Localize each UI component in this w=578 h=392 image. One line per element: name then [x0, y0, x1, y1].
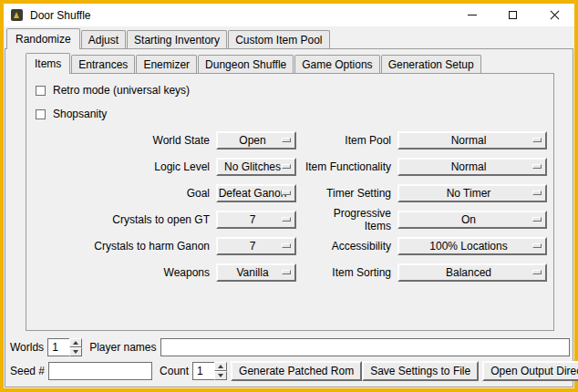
accessibility-value: 100% Locations	[429, 240, 514, 253]
progressive-items-label: Progressive Items	[304, 207, 391, 232]
tab-generation-setup[interactable]: Generation Setup	[381, 55, 481, 73]
field-world-state: World State Open	[34, 131, 296, 150]
timer-setting-dropdown[interactable]: No Timer	[397, 184, 547, 202]
logic-level-label: Logic Level	[34, 160, 210, 173]
dropdown-indicator-icon	[282, 138, 291, 142]
worlds-row: Worlds 1 Player names	[10, 338, 570, 356]
field-crystals-harm-ganon: Crystals to harm Ganon 7	[34, 237, 296, 255]
minimize-icon	[468, 15, 477, 15]
item-sorting-label: Item Sorting	[304, 266, 391, 279]
item-functionality-label: Item Functionality	[304, 160, 391, 173]
field-weapons: Weapons Vanilla	[34, 263, 296, 282]
shopsanity-checkbox[interactable]: Shopsanity	[36, 108, 553, 120]
client-area: Randomize Adjust Starting Inventory Cust…	[4, 26, 574, 388]
dropdown-indicator-icon	[532, 243, 542, 248]
seed-input[interactable]	[48, 362, 152, 380]
down-arrow-icon	[218, 374, 223, 377]
item-functionality-dropdown[interactable]: Normal	[397, 158, 547, 176]
dropdown-indicator-icon	[282, 270, 291, 274]
field-timer-setting: Timer Setting No Timer	[304, 184, 547, 202]
count-spinbox[interactable]: 1	[192, 362, 227, 380]
field-goal: Goal Defeat Ganon	[34, 184, 296, 202]
save-settings-button[interactable]: Save Settings to File	[362, 361, 479, 381]
dropdown-indicator-icon	[532, 164, 542, 169]
dropdown-indicator-icon	[532, 138, 542, 142]
count-spin-up-button[interactable]	[214, 362, 227, 371]
field-crystals-open-gt: Crystals to open GT 7	[34, 211, 296, 229]
count-spin-down-button[interactable]	[214, 371, 227, 380]
window-controls	[451, 4, 574, 26]
tab-custom-item-pool[interactable]: Custom Item Pool	[228, 30, 329, 48]
progressive-items-dropdown[interactable]: On	[397, 211, 547, 229]
tab-randomize[interactable]: Randomize	[6, 28, 80, 49]
timer-setting-label: Timer Setting	[304, 187, 391, 200]
tab-game-options[interactable]: Game Options	[294, 55, 379, 73]
item-sorting-value: Balanced	[446, 266, 499, 279]
item-functionality-value: Normal	[451, 160, 494, 173]
maximize-icon	[509, 11, 517, 19]
timer-setting-value: No Timer	[447, 187, 499, 200]
accessibility-dropdown[interactable]: 100% Locations	[397, 237, 547, 255]
weapons-value: Vanilla	[236, 266, 275, 279]
worlds-spin-up-button[interactable]	[69, 338, 82, 347]
tab-starting-inventory[interactable]: Starting Inventory	[127, 30, 227, 48]
tab-enemizer[interactable]: Enemizer	[136, 55, 197, 73]
down-arrow-icon	[73, 350, 78, 354]
retro-mode-label: Retro mode (universal keys)	[53, 84, 190, 97]
progressive-items-value: On	[461, 213, 483, 226]
worlds-spinbox[interactable]: 1	[47, 338, 82, 356]
crystals-open-gt-label: Crystals to open GT	[34, 213, 210, 226]
field-item-sorting: Item Sorting Balanced	[304, 263, 547, 282]
weapons-dropdown[interactable]: Vanilla	[216, 263, 296, 282]
window-title: Door Shuffle	[30, 9, 91, 22]
tab-dungeon-shuffle[interactable]: Dungeon Shuffle	[198, 55, 294, 73]
world-state-label: World State	[34, 134, 210, 147]
item-pool-label: Item Pool	[304, 134, 391, 147]
dropdown-indicator-icon	[282, 243, 291, 248]
settings-tab-bar: Items Entrances Enemizer Dungeon Shuffle…	[26, 51, 554, 73]
shopsanity-label: Shopsanity	[53, 108, 107, 120]
logic-level-value: No Glitches	[224, 160, 288, 173]
crystals-harm-ganon-dropdown[interactable]: 7	[216, 237, 296, 255]
world-state-dropdown[interactable]: Open	[216, 131, 296, 150]
item-sorting-dropdown[interactable]: Balanced	[397, 263, 547, 282]
dropdown-indicator-icon	[532, 191, 542, 195]
fields-right-column: Item Pool Normal Item Functionality Norm…	[304, 131, 547, 282]
crystals-harm-ganon-value: 7	[250, 240, 263, 253]
option-fields: World State Open Logic Level No Glitches	[34, 131, 553, 282]
field-logic-level: Logic Level No Glitches	[34, 158, 296, 176]
crystals-harm-ganon-label: Crystals to harm Ganon	[34, 240, 210, 253]
tab-adjust[interactable]: Adjust	[81, 30, 126, 48]
checkbox-box	[36, 109, 46, 119]
item-pool-value: Normal	[451, 134, 494, 147]
seed-label: Seed #	[10, 365, 45, 377]
retro-mode-checkbox[interactable]: Retro mode (universal keys)	[36, 84, 553, 97]
close-icon	[550, 11, 559, 20]
item-pool-dropdown[interactable]: Normal	[397, 131, 547, 150]
tab-items[interactable]: Items	[26, 53, 70, 74]
titlebar[interactable]: Door Shuffle	[4, 4, 574, 26]
crystals-open-gt-dropdown[interactable]: 7	[216, 211, 296, 229]
dropdown-indicator-icon	[282, 191, 291, 195]
logic-level-dropdown[interactable]: No Glitches	[216, 158, 296, 176]
weapons-label: Weapons	[34, 266, 210, 279]
generate-patched-rom-button[interactable]: Generate Patched Rom	[231, 361, 362, 381]
accessibility-label: Accessibility	[304, 240, 391, 253]
field-progressive-items: Progressive Items On	[304, 211, 547, 229]
tab-entrances[interactable]: Entrances	[71, 55, 135, 73]
generation-controls: Worlds 1 Player names Seed # Count	[5, 331, 573, 381]
open-output-directory-button[interactable]: Open Output Directory	[482, 361, 578, 381]
minimize-button[interactable]	[451, 4, 492, 26]
close-button[interactable]	[533, 4, 574, 26]
maximize-button[interactable]	[492, 4, 533, 26]
worlds-spin-down-button[interactable]	[69, 347, 82, 356]
dropdown-indicator-icon	[532, 270, 542, 274]
field-item-pool: Item Pool Normal	[304, 131, 547, 150]
player-names-input[interactable]	[160, 338, 571, 356]
up-arrow-icon	[218, 365, 223, 368]
dropdown-indicator-icon	[282, 217, 291, 222]
worlds-value: 1	[47, 338, 69, 356]
worlds-spin-arrows	[69, 338, 82, 356]
dropdown-indicator-icon	[282, 164, 291, 169]
goal-dropdown[interactable]: Defeat Ganon	[216, 184, 296, 202]
